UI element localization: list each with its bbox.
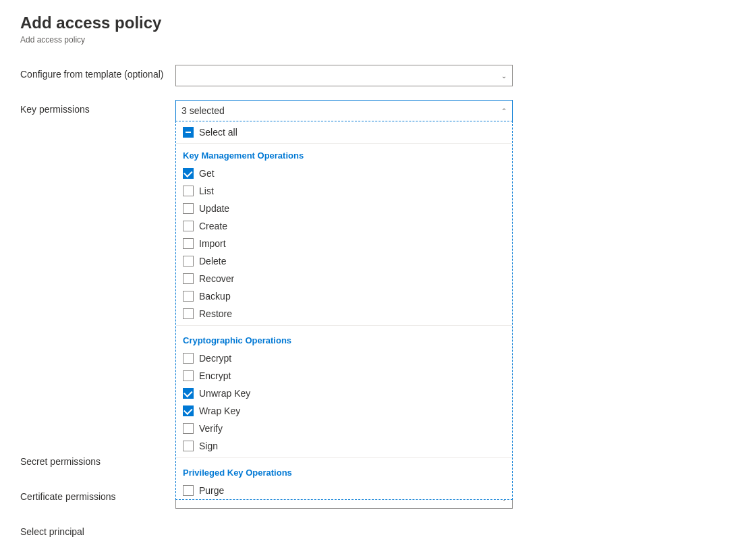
checkbox-unwrap-key-box[interactable] bbox=[183, 388, 194, 399]
checkbox-create[interactable]: Create bbox=[176, 217, 512, 235]
checkbox-sign-box[interactable] bbox=[183, 441, 194, 451]
checkbox-purge-label: Purge bbox=[199, 485, 224, 496]
checkbox-import[interactable]: Import bbox=[176, 235, 512, 252]
key-permissions-dropdown[interactable]: 3 selected ⌃ bbox=[175, 100, 513, 121]
checkbox-delete-label: Delete bbox=[199, 256, 226, 267]
checkbox-restore-box[interactable] bbox=[183, 308, 194, 319]
checkbox-verify-box[interactable] bbox=[183, 423, 194, 434]
checkbox-recover-box[interactable] bbox=[183, 273, 194, 284]
configure-template-dropdown[interactable]: ⌄ bbox=[175, 65, 513, 86]
checkbox-list[interactable]: List bbox=[176, 182, 512, 200]
checkbox-import-box[interactable] bbox=[183, 238, 194, 249]
checkbox-encrypt-label: Encrypt bbox=[199, 370, 231, 381]
key-permissions-value: 3 selected bbox=[181, 105, 225, 116]
checkbox-create-label: Create bbox=[199, 221, 227, 231]
checkbox-wrap-key-box[interactable] bbox=[183, 405, 194, 416]
checkbox-get[interactable]: Get bbox=[176, 165, 512, 182]
checkbox-recover-label: Recover bbox=[199, 273, 234, 284]
secret-permissions-label: Secret permissions bbox=[20, 452, 175, 467]
checkbox-delete-box[interactable] bbox=[183, 256, 194, 267]
checkbox-list-label: List bbox=[199, 186, 214, 196]
checkbox-delete[interactable]: Delete bbox=[176, 252, 512, 270]
section-divider-1 bbox=[176, 325, 512, 326]
select-principal-row: Select principal bbox=[20, 522, 714, 544]
configure-label: Configure from template (optional) bbox=[20, 65, 175, 80]
checkbox-update[interactable]: Update bbox=[176, 200, 512, 217]
checkbox-unwrap-key[interactable]: Unwrap Key bbox=[176, 385, 512, 402]
checkbox-recover[interactable]: Recover bbox=[176, 270, 512, 287]
checkbox-import-label: Import bbox=[199, 238, 226, 249]
key-permissions-label: Key permissions bbox=[20, 100, 175, 115]
checkbox-get-label: Get bbox=[199, 168, 215, 179]
checkbox-verify[interactable]: Verify bbox=[176, 420, 512, 437]
select-all-checkbox[interactable] bbox=[183, 127, 194, 138]
page-title: Add access policy bbox=[20, 13, 714, 32]
checkbox-update-label: Update bbox=[199, 203, 229, 214]
checkbox-list-box[interactable] bbox=[183, 186, 194, 196]
breadcrumb: Add access policy bbox=[20, 35, 714, 45]
authorized-app-row: Authorized application i bbox=[20, 557, 714, 560]
checkbox-encrypt[interactable]: Encrypt bbox=[176, 367, 512, 385]
certificate-permissions-label: Certificate permissions bbox=[20, 487, 175, 502]
checkbox-sign-label: Sign bbox=[199, 441, 218, 451]
checkbox-purge-box[interactable] bbox=[183, 485, 194, 496]
key-permissions-wrap: 3 selected ⌃ Select all Key Management O… bbox=[175, 100, 513, 121]
checkbox-update-box[interactable] bbox=[183, 203, 194, 214]
checkbox-unwrap-key-label: Unwrap Key bbox=[199, 388, 250, 399]
checkbox-decrypt-label: Decrypt bbox=[199, 353, 231, 364]
checkbox-backup-label: Backup bbox=[199, 291, 231, 302]
select-principal-label: Select principal bbox=[20, 522, 175, 537]
key-permissions-row: Key permissions 3 selected ⌃ Select all … bbox=[20, 100, 714, 121]
checkbox-backup[interactable]: Backup bbox=[176, 287, 512, 305]
checkbox-wrap-key-label: Wrap Key bbox=[199, 405, 240, 416]
chevron-down-icon: ⌄ bbox=[501, 72, 507, 80]
checkbox-decrypt[interactable]: Decrypt bbox=[176, 349, 512, 367]
checkbox-restore[interactable]: Restore bbox=[176, 305, 512, 323]
checkbox-create-box[interactable] bbox=[183, 221, 194, 231]
authorized-app-label: Authorized application i bbox=[20, 557, 175, 560]
configure-template-wrap: ⌄ bbox=[175, 65, 513, 86]
chevron-up-icon: ⌃ bbox=[501, 107, 507, 115]
privileged-header: Privileged Key Operations bbox=[176, 461, 512, 482]
checkbox-verify-label: Verify bbox=[199, 423, 223, 434]
checkbox-decrypt-box[interactable] bbox=[183, 353, 194, 364]
checkbox-purge[interactable]: Purge bbox=[176, 482, 512, 499]
key-permissions-panel: Select all Key Management Operations Get… bbox=[175, 121, 513, 500]
configure-template-row: Configure from template (optional) ⌄ bbox=[20, 65, 714, 86]
section-divider-2 bbox=[176, 457, 512, 458]
checkbox-sign[interactable]: Sign bbox=[176, 437, 512, 455]
cryptographic-header: Cryptographic Operations bbox=[176, 329, 512, 349]
checkbox-encrypt-box[interactable] bbox=[183, 370, 194, 381]
checkbox-get-box[interactable] bbox=[183, 168, 194, 179]
select-all-label: Select all bbox=[199, 127, 237, 138]
select-all-row[interactable]: Select all bbox=[176, 121, 512, 144]
checkbox-restore-label: Restore bbox=[199, 308, 232, 319]
checkbox-wrap-key[interactable]: Wrap Key bbox=[176, 402, 512, 420]
key-management-header: Key Management Operations bbox=[176, 144, 512, 165]
checkbox-backup-box[interactable] bbox=[183, 291, 194, 302]
